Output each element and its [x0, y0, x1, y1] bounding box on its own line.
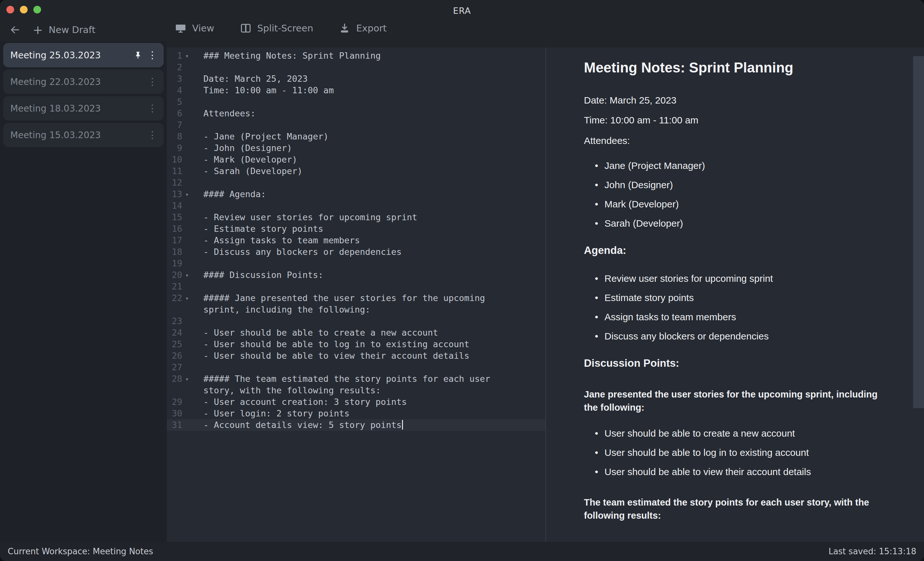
editor-line-text[interactable]: - User should be able to view their acco…	[203, 351, 470, 361]
fold-arrow-icon[interactable]: ▾	[185, 375, 189, 383]
new-draft-button[interactable]: + New Draft	[33, 24, 95, 36]
fold-arrow-icon[interactable]: ▾	[185, 52, 189, 59]
sidebar-item-label: Meeting 18.03.2023	[10, 103, 148, 114]
editor-line-text[interactable]: - User should be able to log in to exist…	[203, 339, 470, 349]
monitor-icon	[175, 22, 186, 34]
statusbar: Current Workspace: Meeting Notes Last sa…	[0, 542, 924, 561]
line-number: 31	[167, 419, 182, 431]
editor-line-text[interactable]: - Discuss any blockers or dependencies	[203, 247, 402, 257]
line-number: 2	[167, 61, 182, 73]
toolbar: View Split-Screen	[175, 22, 387, 34]
editor-line: 17 - Assign tasks to team members	[167, 235, 545, 246]
topbar: ERA + New Draft	[0, 0, 924, 48]
editor-line-text[interactable]: ##### Jane presented the user stories fo…	[203, 293, 490, 314]
editor-line: 2	[167, 61, 545, 73]
workspace-status: Current Workspace: Meeting Notes	[8, 547, 153, 556]
editor-line-text[interactable]: - Mark (Developer)	[203, 154, 297, 165]
kebab-menu-icon[interactable]: ⋮	[148, 130, 157, 140]
line-number: 23	[167, 316, 182, 327]
markdown-editor[interactable]: 1 ▾ ### Meeting Notes: Sprint Planning 2…	[167, 48, 545, 542]
editor-line-text[interactable]: - Account details view: 5 story points	[203, 420, 402, 430]
fold-gutter: ▾	[182, 188, 192, 200]
pin-icon[interactable]	[134, 51, 142, 60]
line-number: 27	[167, 362, 182, 373]
kebab-menu-icon[interactable]: ⋮	[148, 77, 157, 87]
sidebar-item-label: Meeting 25.03.2023	[10, 50, 134, 61]
sidebar-item-actions: ⋮	[148, 77, 157, 87]
editor-line: 6 Attendees:	[167, 108, 545, 119]
sidebar: Meeting 25.03.2023 ⋮ Meeting 22.03.2023 …	[0, 41, 167, 542]
editor-line: 29 - User account creation: 3 story poin…	[167, 396, 545, 408]
line-number: 4	[167, 85, 182, 96]
editor-line-text[interactable]: ### Meeting Notes: Sprint Planning	[203, 51, 381, 61]
fold-arrow-icon[interactable]: ▾	[185, 272, 189, 278]
sidebar-item[interactable]: Meeting 25.03.2023 ⋮	[3, 43, 164, 67]
line-number: 12	[167, 177, 182, 188]
editor-line-text[interactable]: - User account creation: 3 story points	[203, 397, 407, 407]
editor-line: 20 ▾ #### Discussion Points:	[167, 269, 545, 281]
line-number: 14	[167, 200, 182, 212]
preview-attendees-list: Jane (Project Manager)John (Designer)Mar…	[584, 160, 879, 229]
editor-line-text[interactable]: - Sarah (Developer)	[203, 166, 303, 176]
editor-line: 21	[167, 281, 545, 292]
export-button[interactable]: Export	[339, 22, 387, 34]
line-number: 18	[167, 246, 182, 258]
editor-line-text[interactable]: Date: March 25, 2023	[203, 74, 308, 84]
split-screen-button[interactable]: Split-Screen	[240, 22, 313, 34]
preview-list-item: Estimate story points	[584, 292, 873, 303]
editor-line-text[interactable]: Attendees:	[203, 108, 256, 118]
editor-line: 13 ▾ #### Agenda:	[167, 188, 545, 200]
editor-line-text[interactable]: - Review user stories for upcoming sprin…	[203, 212, 417, 222]
editor-line-text[interactable]: Time: 10:00 am - 11:00 am	[203, 85, 334, 95]
editor-line: 1 ▾ ### Meeting Notes: Sprint Planning	[167, 50, 545, 61]
preview-scrollbar-thumb[interactable]	[913, 56, 924, 408]
line-number: 17	[167, 235, 182, 246]
line-number: 19	[167, 258, 182, 269]
fold-arrow-icon[interactable]: ▾	[185, 295, 189, 302]
line-number: 30	[167, 408, 182, 419]
preview-discussion-sub-1: Jane presented the user stories for the …	[584, 388, 879, 414]
sidebar-item[interactable]: Meeting 22.03.2023 ⋮	[3, 70, 164, 94]
sidebar-item[interactable]: Meeting 15.03.2023 ⋮	[3, 123, 164, 147]
editor-line: 26 - User should be able to view their a…	[167, 350, 545, 362]
minimize-button[interactable]	[20, 6, 28, 13]
preview-list-item: Mark (Developer)	[584, 199, 873, 209]
sidebar-item-actions: ⋮	[148, 103, 157, 113]
close-button[interactable]	[6, 6, 14, 13]
split-screen-icon	[240, 22, 252, 34]
editor-line-text[interactable]: #### Discussion Points:	[203, 270, 323, 280]
line-number: 26	[167, 350, 182, 362]
editor-line-text[interactable]: ##### The team estimated the story point…	[203, 374, 495, 395]
editor-line: 24 - User should be able to create a new…	[167, 327, 545, 338]
preview-date: Date: March 25, 2023	[584, 95, 879, 106]
preview-attendees-label: Attendees:	[584, 135, 879, 146]
editor-line-text[interactable]: - User should be able to create a new ac…	[203, 328, 438, 338]
preview-list-item: User should be able to log in to existin…	[584, 447, 873, 458]
sidebar-item[interactable]: Meeting 18.03.2023 ⋮	[3, 96, 164, 121]
editor-line: 12	[167, 177, 545, 188]
editor-line: 15 - Review user stories for upcoming sp…	[167, 212, 545, 223]
preview-content: Meeting Notes: Sprint PlanningDate: Marc…	[584, 60, 879, 522]
preview-list-item: Discuss any blockers or dependencies	[584, 331, 873, 342]
view-button[interactable]: View	[175, 22, 214, 34]
editor-line-text[interactable]: #### Agenda:	[203, 189, 266, 199]
split-screen-label: Split-Screen	[257, 23, 313, 34]
kebab-menu-icon[interactable]: ⋮	[148, 103, 157, 113]
fold-gutter: ▾	[182, 269, 192, 281]
line-number: 21	[167, 281, 182, 292]
editor-line-text[interactable]: - John (Designer)	[203, 143, 292, 153]
fold-arrow-icon[interactable]: ▾	[185, 191, 189, 198]
editor-line: 9 - John (Designer)	[167, 142, 545, 154]
back-arrow-icon	[9, 24, 21, 36]
line-number: 1	[167, 50, 182, 61]
kebab-menu-icon[interactable]: ⋮	[148, 50, 157, 60]
zoom-button[interactable]	[33, 6, 41, 13]
editor-line-text[interactable]: - Estimate story points	[203, 224, 323, 234]
editor-line-text[interactable]: - Jane (Project Manager)	[203, 132, 328, 141]
editor-line: 30 - User login: 2 story points	[167, 408, 545, 419]
preview-agenda-list: Review user stories for upcoming sprintE…	[584, 273, 879, 342]
editor-line-text[interactable]: - Assign tasks to team members	[203, 235, 360, 245]
back-button[interactable]	[9, 24, 21, 36]
editor-line-text[interactable]: - User login: 2 story points	[203, 408, 350, 418]
editor-line: 16 - Estimate story points	[167, 223, 545, 235]
